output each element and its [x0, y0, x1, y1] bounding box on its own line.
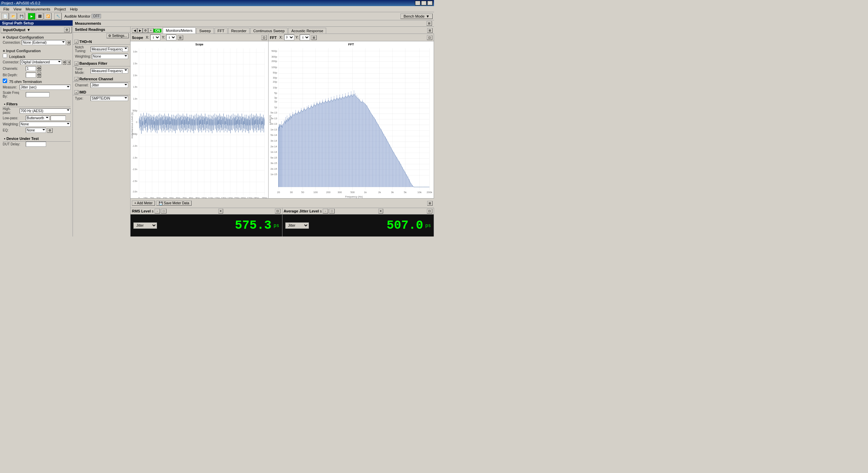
channel-field-select[interactable]: Jitter [91, 83, 128, 88]
bandpass-collapse-btn[interactable]: - [74, 61, 78, 65]
menu-help[interactable]: Help [68, 7, 80, 12]
window-controls[interactable]: _ □ ✕ [415, 1, 433, 5]
tab-sweep[interactable]: Sweep [196, 28, 214, 34]
input-config-btn[interactable]: ⚙ [63, 60, 66, 65]
imd-fields: Type: SMPTE/DIN [73, 95, 130, 103]
avg-jitter-close-btn[interactable]: ✕ [378, 209, 383, 213]
thdn-section-header[interactable]: - THD+N [73, 39, 130, 45]
avg-jitter-min-btn[interactable]: - [323, 209, 328, 213]
notch-tuning-select[interactable]: Measured Frequency [91, 47, 128, 52]
loopback-checkbox[interactable] [3, 54, 7, 58]
menu-view[interactable]: View [12, 7, 24, 12]
scalefreq-input[interactable]: Input SR [26, 92, 50, 97]
fft-config-btn[interactable]: ⊞ [311, 35, 317, 40]
tab-next-btn[interactable]: ▶ [137, 28, 143, 33]
channels-down[interactable]: ▼ [37, 68, 41, 71]
imd-section-header[interactable]: - IMD [73, 89, 130, 95]
thdn-title: THD+N [79, 40, 92, 44]
scope-expand-btn[interactable]: ⊡ [261, 35, 267, 40]
highpass-select[interactable]: 700 Hz (AES3) [20, 108, 71, 114]
svg-text:60m: 60m [176, 197, 180, 198]
io-config-button[interactable]: ⚙ [64, 27, 70, 32]
menu-file[interactable]: File [1, 7, 12, 12]
weighting-select[interactable]: None [20, 122, 71, 127]
scope-x-select[interactable]: s [150, 35, 160, 40]
tab-continuous-sweep[interactable]: Continuous Sweep [250, 28, 288, 34]
maximize-button[interactable]: □ [421, 1, 427, 5]
menu-measurements[interactable]: Measurements [23, 7, 52, 12]
dut-header[interactable]: ▪ Device Under Test [3, 136, 71, 142]
bitdepth-down[interactable]: ▼ [37, 75, 41, 78]
tab-config-btn[interactable]: ⚙ [143, 28, 148, 33]
close-button[interactable]: ✕ [427, 1, 433, 5]
tab-monitors-meters[interactable]: Monitors/Meters [163, 27, 196, 34]
tab-fft[interactable]: FFT [215, 28, 228, 34]
connector-row: Connector: Digital Unbalanced ⚙ ℹ [3, 60, 71, 65]
refchannel-collapse-btn[interactable]: - [74, 77, 78, 81]
eq-edit-btn[interactable]: ⚙ [47, 128, 53, 133]
add-meter-button[interactable]: + Add Meter [132, 201, 155, 206]
tab-recorder[interactable]: Recorder [228, 28, 250, 34]
scope-y-select[interactable]: s [166, 35, 176, 40]
imd-collapse-btn[interactable]: - [74, 90, 78, 94]
menu-project[interactable]: Project [52, 7, 68, 12]
lowpass-freq-input[interactable]: 100 kHz [51, 116, 66, 121]
input-expand-icon[interactable]: ⊕ [3, 49, 5, 53]
audible-monitor-label: Audible Monitor [64, 14, 90, 18]
rms-meter-close-btn[interactable]: ✕ [218, 209, 223, 213]
channels-input[interactable] [26, 66, 36, 71]
panel-expand-btn[interactable]: ⊞ [427, 28, 433, 33]
new-button[interactable]: 📄 [1, 13, 9, 20]
weighting-field-select[interactable]: None [92, 54, 128, 59]
connector-select[interactable]: Digital Unbalanced [20, 60, 62, 65]
stop-button[interactable]: ⬛ [36, 13, 43, 20]
fft-y-select[interactable]: s [300, 35, 310, 40]
minimize-button[interactable]: _ [415, 1, 420, 5]
avg-jitter-popout-btn[interactable]: ⊡ [427, 209, 432, 213]
filters-header[interactable]: ▪ Filters [3, 101, 71, 107]
channels-up[interactable]: ▲ [37, 66, 41, 68]
bitdepth-up[interactable]: ▲ [37, 72, 41, 75]
analyzer-expand-btn[interactable]: ⊞ [427, 21, 432, 26]
bitdepth-input[interactable]: 24 [26, 73, 36, 78]
meters-expand-btn[interactable]: ⊞ [427, 201, 433, 206]
avg-jitter-expand-btn[interactable]: □ [329, 209, 335, 213]
save-button[interactable]: 💾 [18, 13, 25, 20]
rms-meter-expand-btn[interactable]: □ [161, 209, 166, 213]
input-info-btn[interactable]: ℹ [67, 60, 71, 65]
connection-select[interactable]: None (External) [22, 40, 66, 45]
tab-acoustic-response[interactable]: Acoustic Response [288, 28, 326, 34]
rms-meter-min-btn[interactable]: - [155, 209, 160, 213]
termination-checkbox[interactable] [3, 79, 7, 83]
rms-meter-popout-btn[interactable]: ⊡ [275, 209, 280, 213]
fft-x-select[interactable]: Hz [284, 35, 294, 40]
settled-settings-button[interactable]: ⚙ Settings... [106, 33, 129, 38]
connection-config-btn[interactable]: ⚙ [67, 40, 71, 45]
repeat-button[interactable]: 🔁 [44, 13, 52, 20]
tools-button[interactable]: 🔧 [54, 13, 62, 20]
rms-channel-select[interactable]: Jitter [133, 222, 157, 229]
tab-add-btn[interactable]: + [148, 28, 154, 33]
measure-select[interactable]: Jitter (sec) [20, 85, 71, 90]
bandpass-section-header[interactable]: - Bandpass Filter [73, 61, 130, 66]
save-meter-data-button[interactable]: 💾 Save Meter Data [156, 201, 192, 206]
imd-type-select[interactable]: SMPTE/DIN [91, 96, 128, 101]
thdn-collapse-btn[interactable]: - [74, 40, 78, 44]
scope-config-btn[interactable]: ⊞ [178, 35, 183, 40]
io-selector[interactable]: Input/Output ▼ ⚙ [1, 26, 72, 33]
open-button[interactable]: 📂 [9, 13, 17, 20]
fft-expand-btn[interactable]: ⊡ [427, 35, 432, 40]
scope-svg: Scope 3.0n 2.5n 2.0n 1.5n 1.0n 500p 0 [131, 41, 268, 198]
eq-select[interactable]: None [26, 128, 46, 133]
analyzer-title: Measurements [75, 21, 101, 25]
output-expand-icon[interactable]: ⊕ [3, 36, 5, 39]
svg-text:-3.0n: -3.0n [132, 190, 137, 193]
dutdelay-input[interactable]: 0.000 s [26, 142, 46, 147]
tab-prev-btn[interactable]: ◀ [132, 28, 137, 33]
tunemode-select[interactable]: Measured Frequency [91, 68, 128, 74]
lowpass-type-select[interactable]: Butterworth [26, 116, 50, 121]
run-button[interactable]: ▶ [28, 13, 35, 20]
refchannel-section-header[interactable]: - Reference Channel [73, 76, 130, 82]
bench-mode-button[interactable]: Bench Mode ▼ [400, 14, 433, 19]
avg-jitter-channel-select[interactable]: Jitter [285, 222, 309, 229]
